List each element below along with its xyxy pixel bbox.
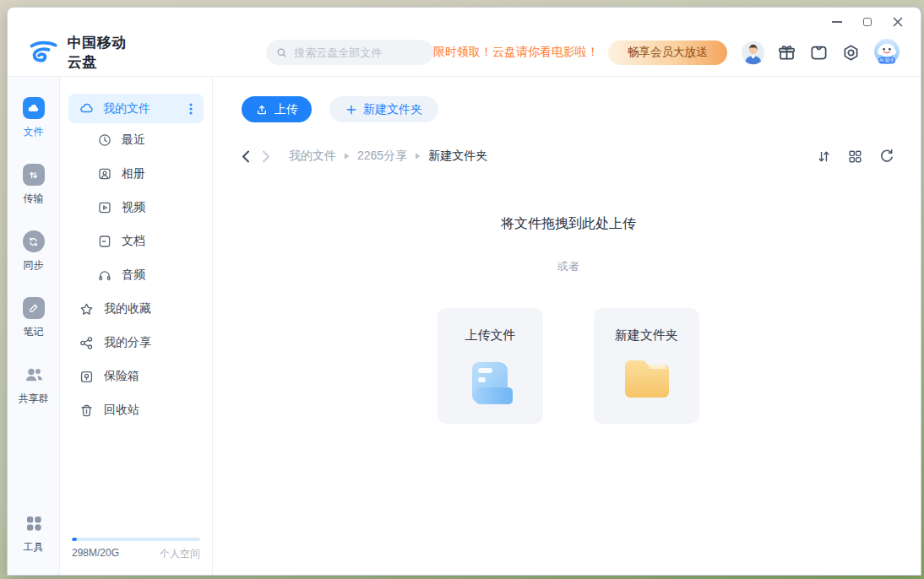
- search-icon: [276, 46, 287, 59]
- upload-button[interactable]: 上传: [242, 96, 312, 122]
- more-icon[interactable]: [185, 102, 197, 116]
- breadcrumb-separator-icon: [343, 152, 351, 160]
- sidebar-item-documents[interactable]: 文档: [68, 225, 204, 258]
- document-icon: [97, 234, 112, 249]
- svg-text:AI 助手: AI 助手: [879, 57, 894, 63]
- upload-file-card[interactable]: 上传文件: [438, 308, 543, 424]
- transfer-arrows-icon: [23, 164, 45, 186]
- sort-icon: [816, 149, 832, 165]
- nav-rail: 文件 传输 同步: [8, 77, 60, 575]
- forward-button[interactable]: [262, 150, 270, 163]
- member-promo-button[interactable]: 畅享会员大放送: [608, 41, 727, 65]
- maximize-button[interactable]: [861, 16, 873, 28]
- grid-view-button[interactable]: [847, 148, 863, 165]
- refresh-button[interactable]: [878, 148, 895, 165]
- sidebar-item-favorites[interactable]: 我的收藏: [68, 292, 204, 326]
- sidebar-item-my-files[interactable]: 我的文件: [68, 94, 204, 123]
- sidebar-item-recent[interactable]: 最近: [68, 123, 204, 157]
- rail-item-sync[interactable]: 同步: [23, 230, 45, 273]
- headphones-icon: [97, 268, 112, 283]
- rail-item-shared-groups[interactable]: 共享群: [19, 364, 49, 406]
- sync-icon: [23, 230, 45, 252]
- pencil-icon: [23, 297, 45, 319]
- sidebar-item-safe-box[interactable]: 保险箱: [68, 360, 204, 393]
- video-icon: [97, 200, 112, 215]
- rail-item-notes[interactable]: 共享群 笔记: [23, 297, 45, 339]
- sort-button[interactable]: [816, 148, 832, 165]
- apps-grid-icon: [23, 512, 45, 534]
- sidebar-item-albums[interactable]: 相册: [68, 157, 204, 191]
- close-icon: [893, 17, 903, 27]
- app-title: 中国移动云盘: [68, 33, 141, 72]
- rail-item-tools[interactable]: 工具: [23, 512, 45, 555]
- storage-meter: 298M/20G 个人空间: [68, 538, 204, 561]
- album-icon: [97, 166, 112, 181]
- refresh-icon: [878, 148, 895, 165]
- breadcrumb: 我的文件 2265分享 新建文件夹: [242, 148, 895, 165]
- settings-icon: [841, 43, 861, 62]
- action-bar: 上传 新建文件夹: [242, 96, 895, 122]
- safe-icon: [79, 369, 95, 385]
- share-nodes-icon: [79, 335, 95, 351]
- drop-hint: 将文件拖拽到此处上传: [501, 215, 636, 233]
- clock-icon: [97, 133, 112, 148]
- plus-icon: [345, 104, 357, 116]
- gift-button[interactable]: [777, 43, 796, 62]
- search-input[interactable]: [294, 46, 423, 59]
- view-controls: [816, 148, 895, 165]
- rail-item-files[interactable]: 文件: [23, 97, 45, 139]
- avatar[interactable]: [742, 39, 764, 67]
- star-icon: [79, 301, 95, 317]
- header: 中国移动云盘 限时领取！云盘请你看电影啦！ 畅享会员大放送: [8, 29, 921, 77]
- new-folder-button[interactable]: 新建文件夹: [329, 96, 438, 122]
- minimize-button[interactable]: [831, 16, 843, 28]
- sidebar-item-label: 我的文件: [103, 101, 150, 116]
- trash-icon: [79, 403, 95, 419]
- or-text: 或者: [557, 259, 579, 274]
- close-button[interactable]: [892, 16, 904, 28]
- upload-icon: [255, 103, 269, 116]
- sidebar-item-videos[interactable]: 视频: [68, 191, 204, 225]
- titlebar: [8, 8, 921, 29]
- sidebar-item-my-shares[interactable]: 我的分享: [68, 326, 204, 360]
- cloud-icon: [79, 100, 95, 116]
- promo-text[interactable]: 限时领取！云盘请你看电影啦！: [433, 45, 599, 60]
- storage-scope: 个人空间: [160, 547, 200, 561]
- messages-button[interactable]: [809, 43, 829, 62]
- empty-state: 将文件拖拽到此处上传 或者 上传文件: [242, 165, 895, 575]
- breadcrumb-item-current: 新建文件夹: [428, 149, 487, 164]
- breadcrumb-separator-icon: [414, 152, 421, 160]
- search-box[interactable]: [266, 40, 433, 65]
- new-folder-card[interactable]: 新建文件夹: [594, 308, 699, 424]
- sidebar: 我的文件 最近 相册: [60, 77, 213, 575]
- cloud-icon: [23, 97, 45, 119]
- main-content: 上传 新建文件夹 我的文件 2265分享: [213, 77, 921, 575]
- grid-view-icon: [847, 149, 863, 165]
- breadcrumb-item[interactable]: 2265分享: [357, 149, 407, 164]
- chevron-left-icon: [242, 150, 250, 163]
- file-blue-icon: [464, 357, 518, 409]
- breadcrumb-item[interactable]: 我的文件: [289, 149, 336, 164]
- ai-assistant-button[interactable]: AI 助手: [872, 37, 902, 68]
- rail-item-transfer[interactable]: 传输: [23, 164, 45, 206]
- gift-icon: [777, 43, 796, 62]
- storage-used: 298M/20G: [72, 547, 119, 561]
- people-icon: [23, 364, 45, 386]
- settings-button[interactable]: [841, 43, 861, 62]
- message-icon: [809, 43, 829, 62]
- chevron-right-icon: [262, 150, 270, 163]
- app-logo-icon: [28, 37, 59, 68]
- back-button[interactable]: [242, 150, 250, 163]
- ai-assistant-icon: AI 助手: [872, 37, 902, 68]
- app-window: 中国移动云盘 限时领取！云盘请你看电影啦！ 畅享会员大放送: [7, 7, 921, 576]
- storage-progress-fill: [72, 538, 77, 541]
- folder-yellow-icon: [620, 357, 674, 403]
- storage-progress-bar: [72, 538, 200, 541]
- sidebar-item-recycle-bin[interactable]: 回收站: [68, 393, 204, 427]
- sidebar-item-audio[interactable]: 音频: [68, 258, 204, 292]
